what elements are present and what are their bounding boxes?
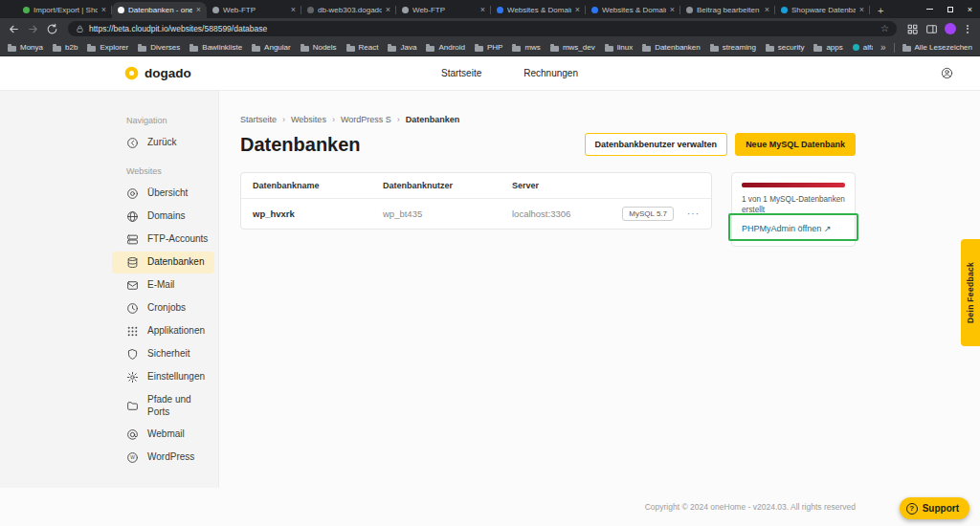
side-panel-icon[interactable] bbox=[925, 23, 938, 35]
browser-tab[interactable]: Websites & Domain× bbox=[586, 2, 680, 18]
new-tab-button[interactable]: + bbox=[878, 5, 883, 16]
breadcrumb-separator: › bbox=[332, 115, 335, 124]
bookmark-item[interactable]: Nodels bbox=[301, 43, 337, 52]
browser-tab[interactable]: Import/Export | Shop× bbox=[17, 2, 112, 18]
bookmark-item[interactable]: Java bbox=[388, 43, 416, 52]
breadcrumb-startseite[interactable]: Startseite bbox=[240, 115, 277, 124]
extensions-icon[interactable] bbox=[906, 23, 919, 35]
nav-rechnungen[interactable]: Rechnungen bbox=[523, 68, 578, 78]
folder-icon bbox=[550, 46, 559, 52]
bookmark-item[interactable]: mws_dev bbox=[550, 43, 595, 52]
new-mysql-db-button[interactable]: Neue MySQL Datenbank bbox=[735, 133, 856, 156]
tab-title: Websites & Domain bbox=[602, 6, 666, 14]
tab-title: Websites & Domain bbox=[507, 6, 571, 14]
sidebar-section-websites: Websites bbox=[126, 166, 214, 176]
dogado-logo[interactable]: dogado bbox=[124, 66, 191, 80]
window-controls: × bbox=[920, 0, 980, 18]
sidebar-item-datenbanken[interactable]: Datenbanken bbox=[112, 252, 214, 274]
bookmark-item[interactable]: b2b bbox=[53, 43, 78, 52]
tab-favicon bbox=[402, 7, 409, 13]
back-icon[interactable] bbox=[8, 23, 20, 35]
folder-icon bbox=[252, 46, 260, 52]
forward-icon[interactable] bbox=[27, 23, 39, 35]
tab-close-icon[interactable]: × bbox=[670, 6, 675, 14]
account-menu-button[interactable] bbox=[941, 67, 953, 79]
tab-close-icon[interactable]: × bbox=[765, 6, 769, 14]
bookmark-item[interactable]: security bbox=[766, 43, 805, 52]
tab-close-icon[interactable]: × bbox=[291, 6, 296, 14]
bookmark-star-icon[interactable]: ☆ bbox=[880, 24, 889, 33]
bookmark-item[interactable]: streaming bbox=[710, 43, 756, 52]
tab-close-icon[interactable]: × bbox=[386, 6, 390, 14]
url-text[interactable]: https://beta.cloudpit.io/websites/588599… bbox=[89, 24, 876, 33]
sidebar-item-email[interactable]: E-Mail bbox=[112, 274, 214, 296]
sidebar-item-pfade-und-ports[interactable]: Pfade und Ports bbox=[112, 389, 214, 423]
sidebar-item-domains[interactable]: Domains bbox=[112, 206, 214, 228]
tab-close-icon[interactable]: × bbox=[101, 6, 106, 14]
tab-close-icon[interactable]: × bbox=[480, 6, 485, 14]
usage-text: 1 von 1 MySQL-Datenbanken erstellt bbox=[742, 195, 845, 215]
sidebar-item-cronjobs[interactable]: Cronjobs bbox=[112, 297, 214, 319]
bookmark-item[interactable]: alfaview bbox=[853, 43, 873, 52]
browser-tab[interactable]: Beitrag bearbeiten |× bbox=[680, 2, 775, 18]
browser-tab[interactable]: Shopware Datenban× bbox=[775, 2, 870, 18]
bookmark-item[interactable]: Explorer bbox=[87, 43, 128, 52]
bookmark-item[interactable]: Diverses bbox=[138, 43, 180, 52]
back-circle-icon bbox=[126, 137, 139, 149]
bookmark-item[interactable]: Angular bbox=[252, 43, 291, 52]
col-header-datenbanknutzer: Datenbanknutzer bbox=[383, 181, 512, 190]
folder-icon bbox=[766, 46, 774, 52]
browser-profile-avatar[interactable] bbox=[945, 23, 956, 34]
feedback-tab[interactable]: Dein Feedback bbox=[961, 239, 980, 346]
reload-icon[interactable] bbox=[46, 23, 58, 35]
sidebar-item-ftp-accounts[interactable]: FTP-Accounts bbox=[112, 229, 214, 251]
minimize-icon[interactable] bbox=[920, 0, 940, 18]
phpmyadmin-link[interactable]: PHPMyAdmin öffnen ↗ bbox=[742, 224, 845, 233]
tab-close-icon[interactable]: × bbox=[196, 6, 201, 14]
tab-favicon bbox=[118, 7, 124, 13]
bookmark-item[interactable]: Datenbanken bbox=[642, 43, 701, 52]
bookmark-item[interactable]: linux bbox=[605, 43, 633, 52]
sidebar-item-uebersicht[interactable]: Übersicht bbox=[112, 183, 214, 205]
table-row[interactable]: wp_hvxrk wp_bt435 localhost:3306 MySQL 5… bbox=[241, 199, 711, 229]
maximize-icon[interactable] bbox=[940, 0, 960, 18]
sidebar-item-applikationen[interactable]: Applikationen bbox=[112, 320, 214, 342]
footer: Copyright © 2024 oneHome - v2024.03. All… bbox=[0, 488, 980, 526]
browser-tab[interactable]: Web-FTP× bbox=[396, 2, 491, 18]
browser-tab[interactable]: Web-FTP× bbox=[207, 2, 301, 18]
bookmark-item[interactable]: mws bbox=[512, 43, 540, 52]
row-actions-icon[interactable]: ··· bbox=[687, 208, 700, 219]
tab-close-icon[interactable]: × bbox=[859, 6, 864, 14]
close-window-icon[interactable]: × bbox=[960, 0, 980, 18]
browser-tab[interactable]: db-web303.dogado.× bbox=[301, 2, 396, 18]
sidebar-item-webmail[interactable]: Webmail bbox=[112, 424, 214, 446]
clock-icon bbox=[126, 302, 139, 315]
sidebar-item-sicherheit[interactable]: Sicherheit bbox=[112, 343, 214, 365]
usage-progress-bar bbox=[742, 183, 845, 187]
support-button[interactable]: ? Support bbox=[900, 497, 969, 519]
browser-menu-icon[interactable] bbox=[963, 23, 972, 35]
browser-tab-active[interactable]: Datenbanken - oneH× bbox=[112, 2, 207, 18]
sidebar-item-back[interactable]: Zurück bbox=[112, 132, 214, 154]
bookmark-item[interactable]: Bawlinkliste bbox=[189, 43, 242, 52]
folder-icon bbox=[189, 46, 198, 52]
browser-tab[interactable]: Websites & Domain× bbox=[491, 2, 586, 18]
bookmark-item[interactable]: apps bbox=[813, 43, 842, 52]
manage-db-users-button[interactable]: Datenbankbenutzer verwalten bbox=[585, 133, 728, 156]
bookmarks-overflow-icon[interactable]: » bbox=[880, 42, 886, 53]
bookmark-item[interactable]: React bbox=[346, 43, 379, 52]
bookmark-item[interactable]: Android bbox=[426, 43, 465, 52]
external-link-icon: ↗ bbox=[824, 224, 832, 233]
bookmark-item[interactable]: Monya bbox=[8, 43, 43, 52]
bookmark-item[interactable]: PHP bbox=[475, 43, 502, 52]
nav-startseite[interactable]: Startseite bbox=[441, 68, 481, 78]
breadcrumb-wordpress[interactable]: WordPress S bbox=[341, 115, 391, 124]
sidebar-item-einstellungen[interactable]: Einstellungen bbox=[112, 366, 214, 388]
breadcrumb-websites[interactable]: Websites bbox=[291, 115, 326, 124]
sidebar-item-wordpress[interactable]: W WordPress bbox=[112, 447, 214, 469]
url-bar[interactable]: https://beta.cloudpit.io/websites/588599… bbox=[68, 21, 897, 36]
all-bookmarks-button[interactable]: Alle Lesezeichen bbox=[902, 43, 972, 52]
tab-close-icon[interactable]: × bbox=[575, 6, 580, 14]
db-server-cell: localhost:3306 bbox=[512, 208, 622, 219]
tab-favicon bbox=[686, 7, 693, 13]
